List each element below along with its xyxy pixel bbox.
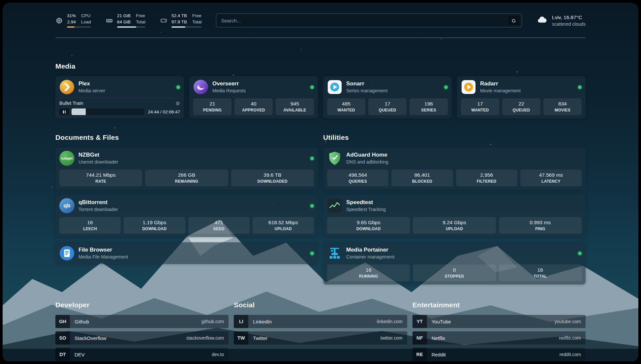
disk-free-label: Free <box>192 13 202 18</box>
playback-progress-bar <box>72 108 144 115</box>
bookmark-github[interactable]: GH Github github.com <box>55 315 229 328</box>
now-playing-title: Bullet Train <box>59 101 83 106</box>
bookmark-reddit[interactable]: RE Reddit reddit.com <box>412 348 586 361</box>
bookmark-group-entertainment: Entertainment YT YouTube youtube.com NF … <box>412 301 586 361</box>
resource-monitors: 31% 2.94 CPU Load <box>55 13 201 28</box>
section-title-documents: Documents & Files <box>55 134 318 141</box>
playback-time: 24:44 / 02:06:47 <box>148 109 180 114</box>
sonarr-desc: Series management <box>346 88 387 93</box>
bookmark-dev[interactable]: DT DEV dev.to <box>55 348 229 361</box>
adguard-name: AdGuard Home <box>346 152 388 158</box>
stat-download: 1.19 GbpsDOWNLOAD <box>124 217 185 234</box>
stat-filtered: 2,956FILTERED <box>456 169 517 186</box>
sonarr-name: Sonarr <box>346 81 387 87</box>
section-title-entertainment: Entertainment <box>412 301 586 309</box>
memory-progress-bar <box>117 26 145 28</box>
card-adguard: AdGuard Home DNS and adblocking 498,564Q… <box>323 147 586 190</box>
bookmark-netflix[interactable]: NF Netflix netflix.com <box>412 331 586 345</box>
plex-icon <box>59 79 75 95</box>
portainer-service-link[interactable]: Media Portainer Container management <box>327 246 582 261</box>
stat-stopped: 0STOPPED <box>413 264 496 281</box>
settings-gear-icon[interactable]: ⚙ <box>176 101 180 106</box>
memory-widget: 21 GiB 64 GiB Free Total <box>106 13 145 28</box>
disk-total-value: 97.9 TB <box>171 19 187 25</box>
homepage-dashboard: 31% 2.94 CPU Load <box>3 3 638 361</box>
portainer-name: Media Portainer <box>346 247 394 253</box>
speedtest-service-link[interactable]: Speedtest Speedtest Tracking <box>327 198 582 213</box>
memory-total-label: Total <box>136 19 145 25</box>
search-input[interactable] <box>216 14 507 27</box>
memory-free-label: Free <box>136 13 145 18</box>
section-documents: Documents & Files nzbget NZBGet Usenet d… <box>55 134 318 285</box>
speedtest-name: Speedtest <box>346 199 386 206</box>
plex-desc: Media server <box>78 88 105 93</box>
cpu-progress-fill <box>67 26 75 28</box>
bookmark-stackoverflow[interactable]: SO StackOverflow stackoverflow.com <box>55 331 229 345</box>
section-media: Media Plex <box>55 62 586 118</box>
cpu-usage-label: CPU <box>81 13 91 18</box>
bookmark-youtube[interactable]: YT YouTube youtube.com <box>412 315 586 328</box>
speedtest-desc: Speedtest Tracking <box>346 207 386 212</box>
pause-button[interactable] <box>59 108 69 115</box>
adguard-service-link[interactable]: AdGuard Home DNS and adblocking <box>327 151 582 166</box>
header-divider <box>55 38 586 38</box>
stat-series: 196SERIES <box>410 98 448 115</box>
card-nzbget: nzbget NZBGet Usenet downloader 744.21 M… <box>55 147 318 190</box>
filebrowser-name: File Browser <box>78 247 128 253</box>
section-utilities: Utilities AdGuard <box>323 134 586 285</box>
sonarr-service-link[interactable]: Sonarr Series management <box>327 79 448 95</box>
weather-condition: scattered clouds <box>552 21 586 27</box>
memory-free-value: 21 GiB <box>117 13 131 18</box>
stat-leech: 16LEECH <box>59 217 121 234</box>
bookmark-group-developer: Developer GH Github github.com SO StackO… <box>55 301 229 361</box>
plex-service-link[interactable]: Plex Media server <box>59 79 180 95</box>
bookmark-twitter[interactable]: TW Twitter twitter.com <box>234 331 407 345</box>
stat-approved: 40APPROVED <box>234 98 273 115</box>
stat-movies: 834MOVIES <box>543 98 582 115</box>
cpu-widget: 31% 2.94 CPU Load <box>55 13 91 28</box>
cpu-load-value: 2.94 <box>67 19 76 25</box>
section-title-social: Social <box>234 301 407 309</box>
header: 31% 2.94 CPU Load <box>55 3 586 28</box>
card-filebrowser: File Browser Media File Management <box>55 242 318 264</box>
stat-blocked: 86,401BLOCKED <box>391 169 453 186</box>
card-plex: Plex Media server Bullet Train ⚙ <box>55 76 184 118</box>
pause-icon <box>63 110 64 113</box>
radarr-service-link[interactable]: Radarr Movie management <box>461 79 582 95</box>
stat-running: 16RUNNING <box>327 264 410 281</box>
stat-latency: 47.569 msLATENCY <box>520 169 582 186</box>
card-radarr: Radarr Movie management 17WANTED 22QUEUE… <box>457 76 586 118</box>
nzbget-icon: nzbget <box>59 151 75 166</box>
weather-widget: Lviv, 16.87°C scattered clouds <box>536 14 586 27</box>
qbittorrent-service-link[interactable]: qb qBittorrent Torrent downloader <box>59 198 314 213</box>
nzbget-service-link[interactable]: nzbget NZBGet Usenet downloader <box>59 151 314 166</box>
overseerr-service-link[interactable]: Overseerr Media Requests <box>193 79 314 95</box>
sonarr-icon <box>327 79 342 95</box>
stat-queries: 498,564QUERIES <box>327 169 388 186</box>
cpu-icon <box>55 17 63 24</box>
filebrowser-desc: Media File Management <box>78 254 128 259</box>
search-widget: G <box>216 14 522 27</box>
cpu-progress-bar <box>67 26 91 28</box>
card-speedtest: Speedtest Speedtest Tracking 9.65 GbpsDO… <box>323 195 586 237</box>
filebrowser-service-link[interactable]: File Browser Media File Management <box>59 246 314 261</box>
radarr-icon <box>461 79 476 95</box>
memory-progress-fill <box>117 26 136 28</box>
qbittorrent-name: qBittorrent <box>78 199 118 206</box>
bookmark-linkedin[interactable]: LI LinkedIn linkedin.com <box>234 315 407 328</box>
plex-status-dot <box>176 85 180 89</box>
stat-seed: 471SEED <box>188 217 250 234</box>
stat-remaining: 266 GBREMAINING <box>145 169 228 186</box>
cpu-load-label: Load <box>81 19 91 25</box>
playback-progress-fill <box>72 108 86 115</box>
plex-player: 24:44 / 02:06:47 <box>59 108 180 115</box>
stat-upload: 618.52 MbpsUPLOAD <box>253 217 314 234</box>
cloud-icon <box>536 14 548 27</box>
card-overseerr: Overseerr Media Requests 21PENDING 40APP… <box>189 76 318 118</box>
stat-pending: 21PENDING <box>193 98 231 115</box>
search-provider-button[interactable]: G <box>507 15 520 26</box>
adguard-desc: DNS and adblocking <box>346 159 388 165</box>
stat-ping: 0.993 msPING <box>499 217 582 234</box>
overseerr-status-dot <box>310 85 314 89</box>
disk-progress-bar <box>171 26 202 28</box>
